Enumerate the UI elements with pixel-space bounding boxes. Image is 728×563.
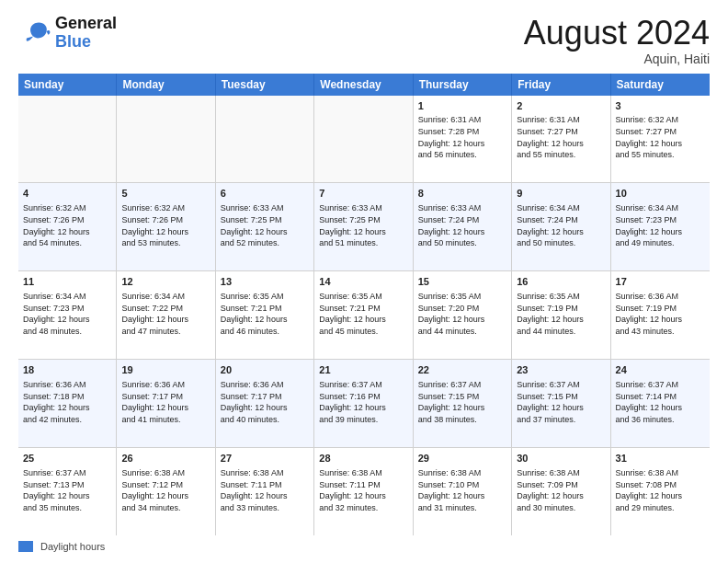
calendar-day-28: 28Sunrise: 6:38 AM Sunset: 7:11 PM Dayli… [314,448,413,535]
day-number: 22 [418,363,506,377]
day-number: 3 [616,99,705,113]
calendar-day-15: 15Sunrise: 6:35 AM Sunset: 7:20 PM Dayli… [414,271,512,359]
day-content: Sunrise: 6:38 AM Sunset: 7:09 PM Dayligh… [517,467,605,513]
calendar-day-27: 27Sunrise: 6:38 AM Sunset: 7:11 PM Dayli… [216,448,314,535]
calendar-day-19: 19Sunrise: 6:36 AM Sunset: 7:17 PM Dayli… [117,360,215,447]
header-day-wednesday: Wednesday [314,74,413,96]
day-number: 23 [517,363,605,377]
day-number: 19 [121,363,210,377]
calendar-day-20: 20Sunrise: 6:36 AM Sunset: 7:17 PM Dayli… [216,360,314,447]
header-day-thursday: Thursday [414,74,512,96]
calendar-day-16: 16Sunrise: 6:35 AM Sunset: 7:19 PM Dayli… [512,271,610,359]
day-content: Sunrise: 6:31 AM Sunset: 7:28 PM Dayligh… [418,114,506,160]
header: General Blue August 2024 Aquin, Haiti [18,15,710,66]
day-content: Sunrise: 6:38 AM Sunset: 7:11 PM Dayligh… [319,467,407,513]
day-content: Sunrise: 6:34 AM Sunset: 7:23 PM Dayligh… [616,202,705,248]
calendar-day-18: 18Sunrise: 6:36 AM Sunset: 7:18 PM Dayli… [18,360,117,447]
title-block: August 2024 Aquin, Haiti [524,15,710,66]
calendar-week-5: 25Sunrise: 6:37 AM Sunset: 7:13 PM Dayli… [18,448,710,535]
calendar-day-empty [314,96,413,183]
header-day-tuesday: Tuesday [216,74,314,96]
calendar-day-29: 29Sunrise: 6:38 AM Sunset: 7:10 PM Dayli… [414,448,512,535]
day-number: 26 [121,452,210,465]
day-content: Sunrise: 6:34 AM Sunset: 7:23 PM Dayligh… [23,291,111,337]
calendar-day-10: 10Sunrise: 6:34 AM Sunset: 7:23 PM Dayli… [611,183,710,270]
day-content: Sunrise: 6:36 AM Sunset: 7:18 PM Dayligh… [23,379,111,425]
page: General Blue August 2024 Aquin, Haiti Su… [0,0,728,563]
day-number: 14 [319,275,407,289]
day-number: 25 [23,452,111,465]
calendar-day-22: 22Sunrise: 6:37 AM Sunset: 7:15 PM Dayli… [414,360,512,447]
calendar-day-14: 14Sunrise: 6:35 AM Sunset: 7:21 PM Dayli… [314,271,413,359]
header-day-friday: Friday [512,74,610,96]
calendar: SundayMondayTuesdayWednesdayThursdayFrid… [18,74,710,535]
day-number: 18 [23,363,111,377]
footer: Daylight hours [18,541,710,552]
calendar-day-13: 13Sunrise: 6:35 AM Sunset: 7:21 PM Dayli… [216,271,314,359]
day-number: 2 [517,99,605,113]
calendar-day-9: 9Sunrise: 6:34 AM Sunset: 7:24 PM Daylig… [512,183,610,270]
calendar-day-25: 25Sunrise: 6:37 AM Sunset: 7:13 PM Dayli… [18,448,117,535]
day-content: Sunrise: 6:31 AM Sunset: 7:27 PM Dayligh… [517,114,605,160]
calendar-week-1: 1Sunrise: 6:31 AM Sunset: 7:28 PM Daylig… [18,96,710,184]
day-content: Sunrise: 6:38 AM Sunset: 7:10 PM Dayligh… [418,467,506,513]
calendar-week-3: 11Sunrise: 6:34 AM Sunset: 7:23 PM Dayli… [18,271,710,360]
location-title: Aquin, Haiti [524,52,710,66]
calendar-day-3: 3Sunrise: 6:32 AM Sunset: 7:27 PM Daylig… [611,96,710,183]
day-number: 13 [221,275,309,289]
calendar-day-6: 6Sunrise: 6:33 AM Sunset: 7:25 PM Daylig… [216,183,314,270]
calendar-day-2: 2Sunrise: 6:31 AM Sunset: 7:27 PM Daylig… [512,96,610,183]
calendar-body: 1Sunrise: 6:31 AM Sunset: 7:28 PM Daylig… [18,96,710,535]
day-number: 4 [23,187,111,201]
day-content: Sunrise: 6:32 AM Sunset: 7:27 PM Dayligh… [616,114,705,160]
day-number: 29 [418,452,506,465]
day-content: Sunrise: 6:33 AM Sunset: 7:25 PM Dayligh… [319,202,407,248]
day-number: 27 [221,452,309,465]
calendar-day-26: 26Sunrise: 6:38 AM Sunset: 7:12 PM Dayli… [117,448,215,535]
day-number: 12 [121,275,210,289]
day-content: Sunrise: 6:37 AM Sunset: 7:14 PM Dayligh… [616,379,705,425]
calendar-day-30: 30Sunrise: 6:38 AM Sunset: 7:09 PM Dayli… [512,448,610,535]
day-number: 11 [23,275,111,289]
day-content: Sunrise: 6:37 AM Sunset: 7:13 PM Dayligh… [23,467,111,513]
calendar-day-17: 17Sunrise: 6:36 AM Sunset: 7:19 PM Dayli… [611,271,710,359]
calendar-day-12: 12Sunrise: 6:34 AM Sunset: 7:22 PM Dayli… [117,271,215,359]
day-number: 7 [319,187,407,201]
day-number: 21 [319,363,407,377]
day-content: Sunrise: 6:36 AM Sunset: 7:17 PM Dayligh… [221,379,309,425]
day-content: Sunrise: 6:38 AM Sunset: 7:12 PM Dayligh… [121,467,210,513]
day-content: Sunrise: 6:35 AM Sunset: 7:20 PM Dayligh… [418,291,506,337]
header-day-monday: Monday [117,74,215,96]
logo-icon [18,17,51,50]
day-content: Sunrise: 6:34 AM Sunset: 7:22 PM Dayligh… [121,291,210,337]
day-number: 10 [616,187,705,201]
day-content: Sunrise: 6:37 AM Sunset: 7:15 PM Dayligh… [517,379,605,425]
calendar-day-empty [216,96,314,183]
day-number: 16 [517,275,605,289]
day-number: 9 [517,187,605,201]
calendar-week-2: 4Sunrise: 6:32 AM Sunset: 7:26 PM Daylig… [18,183,710,271]
calendar-week-4: 18Sunrise: 6:36 AM Sunset: 7:18 PM Dayli… [18,360,710,448]
logo: General Blue [18,15,117,52]
calendar-day-8: 8Sunrise: 6:33 AM Sunset: 7:24 PM Daylig… [414,183,512,270]
header-day-saturday: Saturday [611,74,710,96]
day-number: 24 [616,363,705,377]
calendar-day-21: 21Sunrise: 6:37 AM Sunset: 7:16 PM Dayli… [314,360,413,447]
day-number: 20 [221,363,309,377]
day-content: Sunrise: 6:37 AM Sunset: 7:15 PM Dayligh… [418,379,506,425]
day-number: 8 [418,187,506,201]
calendar-day-empty [18,96,117,183]
legend-label: Daylight hours [40,541,105,552]
day-content: Sunrise: 6:36 AM Sunset: 7:19 PM Dayligh… [616,291,705,337]
logo-line2: Blue [55,33,117,52]
day-number: 5 [121,187,210,201]
day-number: 17 [616,275,705,289]
day-content: Sunrise: 6:38 AM Sunset: 7:08 PM Dayligh… [616,467,705,513]
day-content: Sunrise: 6:34 AM Sunset: 7:24 PM Dayligh… [517,202,605,248]
day-number: 1 [418,99,506,113]
legend-box [18,541,33,552]
calendar-day-4: 4Sunrise: 6:32 AM Sunset: 7:26 PM Daylig… [18,183,117,270]
calendar-day-11: 11Sunrise: 6:34 AM Sunset: 7:23 PM Dayli… [18,271,117,359]
day-number: 15 [418,275,506,289]
day-content: Sunrise: 6:35 AM Sunset: 7:21 PM Dayligh… [221,291,309,337]
